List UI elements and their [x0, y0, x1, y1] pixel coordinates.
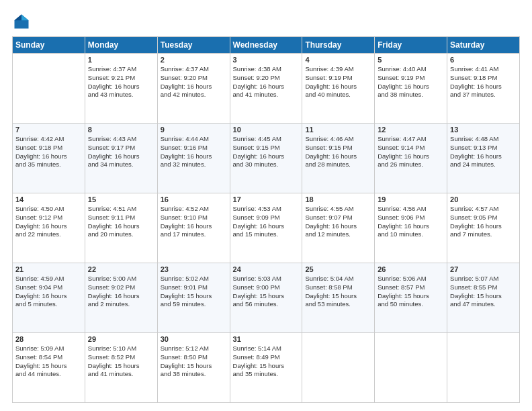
- table-row: 22Sunrise: 5:00 AMSunset: 9:02 PMDayligh…: [85, 263, 157, 333]
- sunrise-text: Sunrise: 4:47 AM: [378, 135, 444, 144]
- table-row: 5Sunrise: 4:40 AMSunset: 9:19 PMDaylight…: [375, 54, 447, 124]
- daylight-text-1: Daylight: 15 hours: [305, 292, 371, 301]
- daylight-text-2: and 50 minutes.: [378, 300, 444, 309]
- daylight-text-1: Daylight: 15 hours: [233, 292, 300, 301]
- sunrise-text: Sunrise: 4:40 AM: [378, 65, 444, 74]
- day-number: 26: [378, 265, 444, 273]
- table-row: [302, 333, 375, 403]
- table-row: 24Sunrise: 5:03 AMSunset: 9:00 PMDayligh…: [230, 263, 302, 333]
- sunset-text: Sunset: 8:55 PM: [450, 283, 517, 292]
- table-row: 20Sunrise: 4:57 AMSunset: 9:05 PMDayligh…: [447, 193, 520, 263]
- sunrise-text: Sunrise: 4:45 AM: [233, 135, 300, 144]
- sunset-text: Sunset: 8:52 PM: [88, 353, 154, 362]
- sunset-text: Sunset: 9:20 PM: [161, 74, 227, 83]
- table-row: 16Sunrise: 4:52 AMSunset: 9:10 PMDayligh…: [157, 193, 230, 263]
- sunrise-text: Sunrise: 5:10 AM: [88, 345, 154, 353]
- daylight-text-2: and 35 minutes.: [233, 370, 300, 379]
- daylight-text-1: Daylight: 15 hours: [15, 362, 82, 371]
- page: Sunday Monday Tuesday Wednesday Thursday…: [0, 0, 532, 411]
- svg-marker-2: [15, 15, 22, 21]
- day-number: 10: [233, 126, 300, 134]
- daylight-text-2: and 53 minutes.: [305, 300, 371, 309]
- sunrise-text: Sunrise: 4:37 AM: [161, 65, 227, 74]
- daylight-text-2: and 56 minutes.: [233, 300, 300, 309]
- table-row: 9Sunrise: 4:44 AMSunset: 9:16 PMDaylight…: [157, 124, 230, 193]
- day-number: 31: [233, 335, 300, 343]
- calendar-week-row: 1Sunrise: 4:37 AMSunset: 9:21 PMDaylight…: [13, 54, 520, 124]
- sunrise-text: Sunrise: 5:00 AM: [88, 275, 154, 283]
- table-row: 10Sunrise: 4:45 AMSunset: 9:15 PMDayligh…: [230, 124, 302, 193]
- table-row: 4Sunrise: 4:39 AMSunset: 9:19 PMDaylight…: [302, 54, 375, 124]
- sunset-text: Sunset: 8:49 PM: [233, 353, 300, 362]
- daylight-text-2: and 43 minutes.: [88, 91, 154, 99]
- sunrise-text: Sunrise: 4:59 AM: [15, 275, 82, 283]
- logo-icon: [12, 12, 31, 31]
- day-number: 5: [378, 56, 444, 64]
- weekday-header-row: Sunday Monday Tuesday Wednesday Thursday…: [13, 37, 520, 54]
- daylight-text-2: and 59 minutes.: [161, 300, 227, 309]
- day-number: 1: [88, 56, 154, 64]
- table-row: 1Sunrise: 4:37 AMSunset: 9:21 PMDaylight…: [85, 54, 157, 124]
- sunset-text: Sunset: 9:12 PM: [15, 214, 82, 222]
- daylight-text-2: and 20 minutes.: [88, 230, 154, 239]
- sunrise-text: Sunrise: 5:06 AM: [378, 275, 444, 283]
- daylight-text-2: and 42 minutes.: [161, 91, 227, 99]
- header-tuesday: Tuesday: [157, 37, 230, 54]
- sunset-text: Sunset: 9:21 PM: [88, 74, 154, 83]
- sunrise-text: Sunrise: 5:09 AM: [15, 345, 82, 353]
- sunset-text: Sunset: 8:57 PM: [378, 283, 444, 292]
- daylight-text-1: Daylight: 16 hours: [15, 292, 82, 301]
- sunrise-text: Sunrise: 4:55 AM: [305, 205, 371, 214]
- daylight-text-1: Daylight: 16 hours: [233, 152, 300, 161]
- table-row: 14Sunrise: 4:50 AMSunset: 9:12 PMDayligh…: [13, 193, 85, 263]
- daylight-text-2: and 28 minutes.: [305, 161, 371, 169]
- sunrise-text: Sunrise: 4:38 AM: [233, 65, 300, 74]
- sunset-text: Sunset: 8:50 PM: [161, 353, 227, 362]
- daylight-text-1: Daylight: 16 hours: [233, 222, 300, 231]
- sunrise-text: Sunrise: 5:04 AM: [305, 275, 371, 283]
- calendar-week-row: 7Sunrise: 4:42 AMSunset: 9:18 PMDaylight…: [13, 124, 520, 193]
- table-row: 25Sunrise: 5:04 AMSunset: 8:58 PMDayligh…: [302, 263, 375, 333]
- sunset-text: Sunset: 8:54 PM: [15, 353, 82, 362]
- sunrise-text: Sunrise: 4:56 AM: [378, 205, 444, 214]
- daylight-text-2: and 10 minutes.: [378, 230, 444, 239]
- sunset-text: Sunset: 9:20 PM: [233, 74, 300, 83]
- sunset-text: Sunset: 9:00 PM: [233, 283, 300, 292]
- daylight-text-2: and 22 minutes.: [15, 230, 82, 239]
- daylight-text-2: and 41 minutes.: [233, 91, 300, 99]
- header-monday: Monday: [85, 37, 157, 54]
- day-number: 14: [15, 195, 82, 203]
- sunset-text: Sunset: 9:18 PM: [450, 74, 517, 83]
- day-number: 9: [161, 126, 227, 134]
- daylight-text-1: Daylight: 16 hours: [450, 152, 517, 161]
- daylight-text-2: and 17 minutes.: [161, 230, 227, 239]
- sunrise-text: Sunrise: 4:41 AM: [450, 65, 517, 74]
- sunrise-text: Sunrise: 4:39 AM: [305, 65, 371, 74]
- sunrise-text: Sunrise: 4:53 AM: [233, 205, 300, 214]
- day-number: 15: [88, 195, 154, 203]
- daylight-text-1: Daylight: 16 hours: [88, 83, 154, 91]
- day-number: 17: [233, 195, 300, 203]
- sunrise-text: Sunrise: 4:51 AM: [88, 205, 154, 214]
- day-number: 18: [305, 195, 371, 203]
- table-row: 30Sunrise: 5:12 AMSunset: 8:50 PMDayligh…: [157, 333, 230, 403]
- sunset-text: Sunset: 9:18 PM: [15, 144, 82, 152]
- sunrise-text: Sunrise: 5:12 AM: [161, 345, 227, 353]
- table-row: 18Sunrise: 4:55 AMSunset: 9:07 PMDayligh…: [302, 193, 375, 263]
- sunset-text: Sunset: 9:16 PM: [161, 144, 227, 152]
- logo: [12, 12, 34, 31]
- sunset-text: Sunset: 9:06 PM: [378, 214, 444, 222]
- sunset-text: Sunset: 8:58 PM: [305, 283, 371, 292]
- sunset-text: Sunset: 9:14 PM: [378, 144, 444, 152]
- sunset-text: Sunset: 9:15 PM: [233, 144, 300, 152]
- day-number: 11: [305, 126, 371, 134]
- daylight-text-1: Daylight: 16 hours: [378, 83, 444, 91]
- table-row: 11Sunrise: 4:46 AMSunset: 9:15 PMDayligh…: [302, 124, 375, 193]
- daylight-text-2: and 26 minutes.: [378, 161, 444, 169]
- daylight-text-1: Daylight: 15 hours: [161, 292, 227, 301]
- sunrise-text: Sunrise: 5:03 AM: [233, 275, 300, 283]
- daylight-text-2: and 5 minutes.: [15, 300, 82, 309]
- sunset-text: Sunset: 9:15 PM: [305, 144, 371, 152]
- daylight-text-2: and 47 minutes.: [450, 300, 517, 309]
- table-row: 19Sunrise: 4:56 AMSunset: 9:06 PMDayligh…: [375, 193, 447, 263]
